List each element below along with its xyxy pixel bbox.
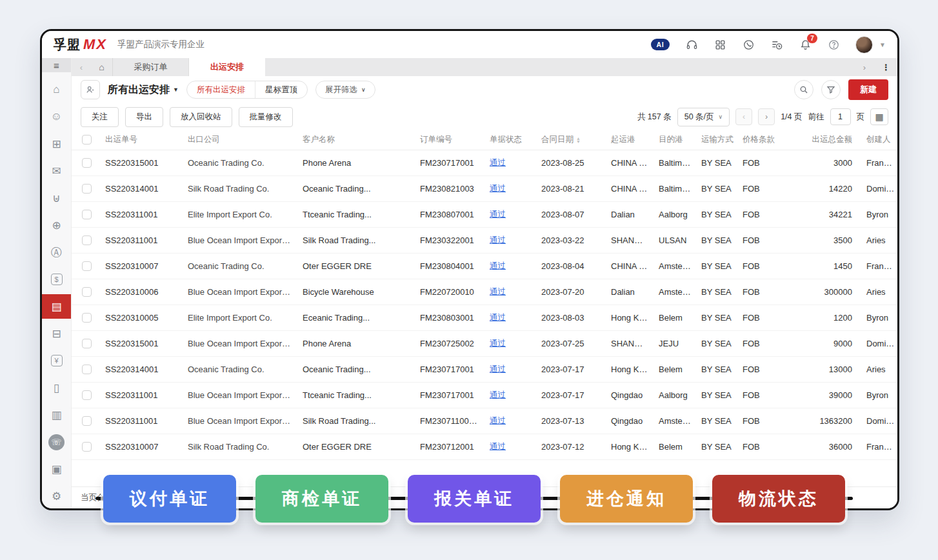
column-header[interactable]: 合同日期▲▼ [536,130,606,150]
toolbar-button[interactable]: 关注 [81,107,119,127]
table-row[interactable]: SS220314001Silk Road Trading Co.Oceanic … [72,175,897,201]
sidebar-item-monitor[interactable]: ▣ [42,457,71,481]
apps-grid-icon[interactable] [713,38,726,51]
sidebar-item-home[interactable]: ⌂ [42,77,71,102]
row-checkbox[interactable] [82,339,92,348]
next-page-button[interactable]: › [758,108,775,125]
flow-button-进仓通知[interactable]: 进仓通知 [560,475,693,523]
status-link[interactable]: 通过 [490,184,506,193]
status-link[interactable]: 通过 [490,313,506,322]
flow-button-物流状态[interactable]: 物流状态 [712,475,845,523]
sidebar-item-finance[interactable]: ¥ [42,348,71,373]
expand-filter-button[interactable]: 展开筛选 ∨ [315,81,375,99]
sidebar-collapse-button[interactable]: ≡ [42,58,71,72]
flow-button-报关单证[interactable]: 报关单证 [408,475,541,523]
row-checkbox[interactable] [82,184,92,194]
sidebar-item-mail[interactable]: ✉ [42,159,71,183]
row-checkbox[interactable] [82,210,92,219]
filter-funnel-button[interactable] [821,80,841,99]
row-checkbox[interactable] [82,442,92,452]
table-row[interactable]: SS220311001Blue Ocean Import Export Co.S… [72,408,897,434]
row-checkbox[interactable] [82,365,92,374]
whatsapp-icon[interactable] [742,38,755,51]
column-header[interactable]: 出运单号 [100,130,183,150]
column-header[interactable]: 创建人 [861,130,897,150]
goto-page-input[interactable] [830,108,851,125]
table-row[interactable]: SS220311001Elite Import Export Co.Ttcean… [72,201,897,227]
column-header[interactable]: 目的港 [654,130,696,150]
status-link[interactable]: 通过 [490,158,506,167]
page-size-select[interactable]: 50 条/页 ∨ [677,108,730,126]
view-selector[interactable]: 所有出运安排 ▼ [108,83,179,97]
row-checkbox[interactable] [82,235,92,245]
tab-more-menu-icon[interactable]: ⋮ [875,58,897,76]
column-header[interactable]: 运输方式 [696,130,737,150]
row-checkbox[interactable] [82,261,92,271]
status-link[interactable]: 通过 [490,390,506,399]
table-row[interactable]: SS220310007Silk Road Trading Co.Oter EGG… [72,434,897,459]
column-header[interactable]: 客户名称 [297,130,415,150]
table-row[interactable]: SS220315001Blue Ocean Import Export Co.P… [72,330,897,356]
filter-pill[interactable]: 所有出运安排 [187,81,255,98]
column-header[interactable]: 订单编号 [415,130,484,150]
table-row[interactable]: SS220310005Elite Import Export Co.Eceani… [72,305,897,330]
sidebar-item-truck[interactable]: ⊟ [42,321,71,346]
toolbar-button[interactable]: 导出 [125,107,163,127]
user-avatar[interactable] [855,36,873,54]
sidebar-item-reports[interactable]: ▥ [42,403,71,427]
owner-filter-button[interactable] [81,80,100,99]
status-link[interactable]: 通过 [490,261,506,270]
status-link[interactable]: 通过 [490,416,506,425]
sidebar-item-assistant[interactable]: Ⓐ [42,240,71,265]
ai-assistant-badge[interactable]: AI [651,39,670,50]
status-link[interactable]: 通过 [490,365,506,374]
status-link[interactable]: 通过 [490,210,506,219]
tab-scroll-right-icon[interactable]: › [853,58,875,76]
sidebar-item-settings[interactable]: ⚙ [42,484,71,508]
status-link[interactable]: 通过 [490,339,506,348]
search-button[interactable] [794,80,813,99]
table-row[interactable]: SS220310007Oceanic Trading Co.Oter EGGER… [72,253,897,279]
column-header[interactable]: 价格条款 [737,130,793,150]
column-header[interactable]: 出运总金额 [793,130,861,150]
row-checkbox[interactable] [82,416,92,426]
sidebar-item-products[interactable]: ⊎ [42,186,71,210]
column-settings-button[interactable]: ▦ [870,108,888,125]
column-header[interactable]: 单据状态 [484,130,536,150]
tab-采购订单[interactable]: 采购订单 [113,58,189,76]
select-all-checkbox[interactable] [82,135,92,145]
sort-icon[interactable]: ▲▼ [576,137,581,143]
filter-pill[interactable]: 星标置顶 [255,81,307,98]
sidebar-item-compass[interactable]: ⊕ [42,213,71,237]
headset-support-icon[interactable] [685,38,698,51]
task-history-icon[interactable] [770,38,783,51]
status-link[interactable]: 通过 [490,442,506,451]
tab-出运安排[interactable]: 出运安排 [189,58,265,76]
table-row[interactable]: SS220311001Blue Ocean Import Export Co.S… [72,227,897,253]
table-row[interactable]: SS220311001Blue Ocean Import Export Co.T… [72,382,897,408]
table-row[interactable]: SS220315001Oceanic Trading Co.Phone Aren… [72,150,897,175]
row-checkbox[interactable] [82,313,92,323]
notifications-bell-icon[interactable]: 7 [799,38,812,51]
row-checkbox[interactable] [82,158,92,168]
sidebar-item-contacts[interactable]: ☺ [42,105,71,129]
toolbar-button[interactable]: 放入回收站 [170,107,232,127]
sidebar-item-shipment-docs[interactable]: ▤ [42,294,71,319]
sidebar-item-org-structure[interactable]: ⊞ [42,132,71,156]
toolbar-button[interactable]: 批量修改 [239,107,293,127]
create-new-button[interactable]: 新建 [848,79,888,100]
row-checkbox[interactable] [82,287,92,297]
column-header[interactable]: 起运港 [606,130,654,150]
sidebar-item-whatsapp[interactable]: ☏ [42,430,71,454]
status-link[interactable]: 通过 [490,287,506,296]
help-icon[interactable] [827,38,840,51]
table-row[interactable]: SS220310006Blue Ocean Import Export Co.B… [72,279,897,305]
home-tab-icon[interactable]: ⌂ [91,58,113,76]
flow-button-议付单证[interactable]: 议付单证 [103,475,236,523]
status-link[interactable]: 通过 [490,235,506,245]
prev-page-button[interactable]: ‹ [735,108,752,125]
flow-button-商检单证[interactable]: 商检单证 [255,475,388,523]
sidebar-item-ledger[interactable]: ▯ [42,375,71,400]
chevron-down-icon[interactable]: ▼ [879,41,886,48]
column-header[interactable]: 出口公司 [183,130,297,150]
